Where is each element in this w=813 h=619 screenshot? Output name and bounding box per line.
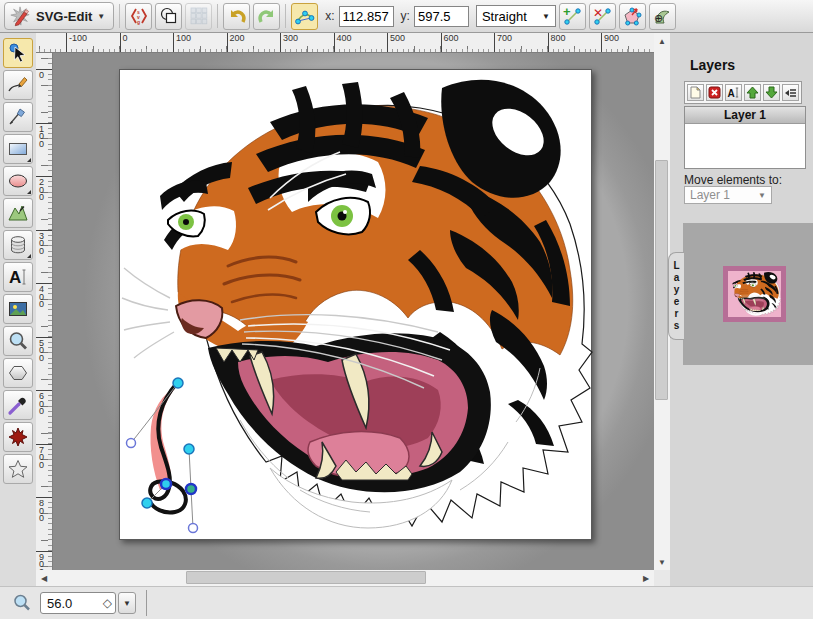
layer-up-icon [746,86,759,99]
delete-layer-icon [708,86,721,99]
main-menu-button[interactable]: SVG-Edit ▼ [4,2,114,30]
layer-more-button[interactable] [782,84,799,101]
source-code-icon: s v g [129,6,149,26]
svg-text:+: + [563,5,571,19]
delete-node-button[interactable]: ✕ [589,3,616,30]
source-code-button[interactable]: s v g [125,3,152,30]
scroll-up-button[interactable]: ▲ [654,33,670,49]
layers-panel-toggle-tab[interactable]: Layers [668,252,684,340]
move-elements-value: Layer 1 [690,188,730,202]
horizontal-scrollbar[interactable]: ◀ ▶ [36,570,654,586]
grid-button[interactable] [185,3,212,30]
text-tool-icon: A [7,266,29,288]
zoom-preset-dropdown-button[interactable]: ▼ [118,592,136,614]
move-elements-arrow-icon: ▼ [758,191,766,200]
horizontal-scroll-thumb[interactable] [186,571,426,584]
tool-image[interactable] [3,294,33,324]
add-node-icon: + [561,5,583,27]
horizontal-ruler: -10001002003004005006007008009001000 [36,33,654,53]
segment-type-select[interactable]: Straight ▼ [476,5,556,27]
tool-splat[interactable] [3,422,33,452]
layer-down-icon [765,86,778,99]
ruler-tick-label: 6 0 0 [36,390,53,416]
svg-document-canvas[interactable] [119,69,592,540]
eyedropper-tool-icon [7,394,29,416]
menu-dropdown-arrow-icon: ▼ [97,12,105,21]
ruler-tick-label: 5 0 0 [36,337,53,363]
move-layer-down-button[interactable] [763,84,780,101]
y-coordinate-input[interactable] [414,6,469,27]
layer-more-icon [784,86,797,99]
document-thumbnail[interactable] [723,266,786,322]
open-path-button[interactable] [619,3,646,30]
zoom-spinner-icon[interactable]: ◇ [103,596,112,610]
shapes-icon [159,6,179,26]
zoom-level-input[interactable]: 56.0 ◇ [40,592,116,614]
image-tool-icon [7,298,29,320]
move-elements-label: Move elements to: [684,173,782,187]
ruler-tick-label: 0 [120,33,128,53]
svg-edit-app: SVG-Edit ▼ s v g [0,0,813,619]
tool-star[interactable] [3,454,33,484]
add-node-button[interactable]: + [559,3,586,30]
rename-layer-button[interactable]: A [725,84,742,101]
tool-pencil[interactable] [3,70,33,100]
edited-path-shape[interactable] [149,383,186,512]
move-elements-select[interactable]: Layer 1 ▼ [684,186,772,204]
tool-text[interactable]: A [3,262,33,292]
flyout-arrow [27,190,31,194]
svg-edit-logo-icon [9,5,31,27]
scroll-left-button[interactable]: ◀ [36,570,52,586]
document-preview-region [683,223,813,365]
ruler-tick-label: 400 [334,33,352,53]
tool-shape-library[interactable] [3,230,33,260]
shapes-wireframe-button[interactable] [155,3,182,30]
ellipse-tool-icon [7,170,29,192]
tool-eyedropper[interactable] [3,390,33,420]
tool-path[interactable] [3,198,33,228]
rectangle-tool-icon [7,138,29,160]
scroll-down-button[interactable]: ▼ [654,554,670,570]
tool-rectangle[interactable] [3,134,33,164]
tool-polygon[interactable] [3,358,33,388]
tool-ellipse[interactable] [3,166,33,196]
tool-line[interactable] [3,102,33,132]
left-tool-palette: A [0,33,36,619]
new-layer-button[interactable] [687,84,704,101]
toolbar-separator [119,4,120,28]
ruler-tick-label: 9 0 0 [36,551,53,571]
top-toolbar: SVG-Edit ▼ s v g [0,0,813,33]
vertical-ruler: 01 0 02 0 03 0 04 0 05 0 06 0 07 0 08 0 … [36,53,53,570]
pencil-tool-icon [7,74,29,96]
delete-layer-button[interactable] [706,84,723,101]
canvas-workspace[interactable] [53,53,654,570]
x-coordinate-input[interactable] [339,6,394,27]
add-subpath-button[interactable]: ⊕ [649,3,676,30]
undo-button[interactable] [223,3,250,30]
ruler-tick-label: 300 [280,33,298,53]
star-tool-icon [7,458,29,480]
y-coordinate-label: y: [401,9,410,23]
layer-list-item[interactable]: Layer 1 [685,107,805,124]
ruler-tick-label: 200 [227,33,245,53]
ruler-tick-label: 900 [601,33,619,53]
ruler-tick-label: 3 0 0 [36,230,53,256]
ruler-tick-label: 600 [441,33,459,53]
segment-type-arrow-icon: ▼ [542,12,550,21]
layers-tab-label: Layers [671,260,682,332]
layer-list: Layer 1 [684,106,806,169]
zoom-dropdown-arrow-icon: ▼ [123,599,131,608]
vertical-scroll-thumb[interactable] [655,160,668,400]
line-tool-icon [7,106,29,128]
toolbar-separator [217,4,218,28]
redo-button[interactable] [253,3,280,30]
scroll-right-button[interactable]: ▶ [638,570,654,586]
move-layer-up-button[interactable] [744,84,761,101]
ruler-tick-label: 1 0 0 [36,123,53,149]
scrollbar-corner [654,570,670,586]
tool-zoom[interactable] [3,326,33,356]
tool-select[interactable] [3,38,33,68]
ruler-tick-label: 700 [494,33,512,53]
link-control-points-toggle[interactable] [291,3,318,30]
splat-shape-icon [7,426,29,448]
